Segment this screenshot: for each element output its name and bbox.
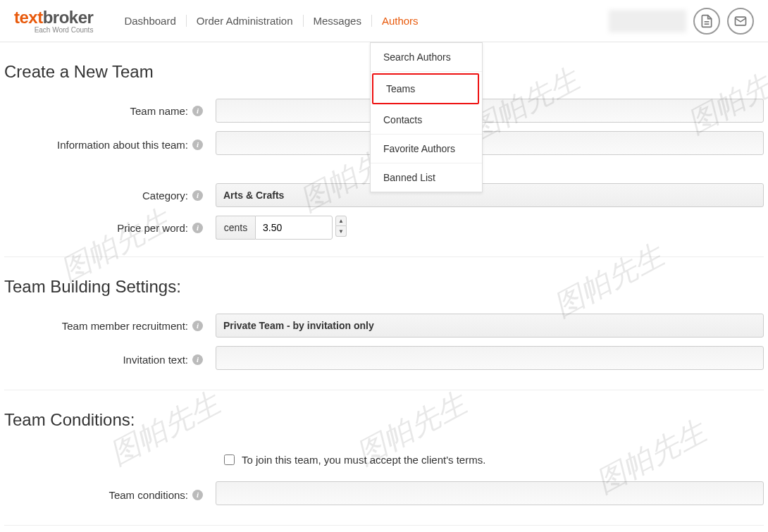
nav-messages[interactable]: Messages [304, 15, 372, 27]
applications-title: Applications: [4, 526, 764, 532]
spinner-up-icon[interactable]: ▲ [335, 216, 347, 226]
header-right [609, 8, 754, 35]
row-invitation: Invitation text: i [4, 342, 764, 377]
logo-tagline: Each Word Counts [14, 26, 93, 34]
info-icon[interactable]: i [192, 321, 203, 331]
info-icon[interactable]: i [192, 223, 203, 233]
invitation-input[interactable] [216, 346, 764, 370]
dropdown-favorite-authors[interactable]: Favorite Authors [371, 135, 482, 163]
row-recruitment: Team member recruitment: i Private Team … [4, 309, 764, 342]
label-conditions: Team conditions: i [4, 489, 216, 501]
spinner-down-icon[interactable]: ▼ [335, 226, 347, 237]
price-spinner: ▲ ▼ [335, 216, 347, 240]
recruitment-select[interactable]: Private Team - by invitation only [216, 314, 764, 338]
category-select[interactable]: Arts & Crafts [216, 183, 764, 207]
team-building-title: Team Building Settings: [4, 257, 764, 309]
nav-order-administration[interactable]: Order Administration [187, 15, 304, 27]
nav-authors[interactable]: Authors [372, 15, 428, 27]
label-category: Category: i [4, 190, 216, 202]
dropdown-search-authors[interactable]: Search Authors [371, 43, 482, 72]
dropdown-banned-list[interactable]: Banned List [371, 163, 482, 192]
label-recruitment: Team member recruitment: i [4, 320, 216, 332]
document-icon[interactable] [693, 8, 720, 35]
label-invitation: Invitation text: i [4, 354, 216, 366]
logo[interactable]: textbroker Each Word Counts [14, 8, 93, 34]
conditions-input[interactable] [216, 481, 764, 505]
accept-terms-checkbox[interactable] [224, 454, 235, 465]
label-team-info: Information about this team: i [4, 139, 216, 151]
price-input[interactable] [255, 216, 333, 240]
main-header: textbroker Each Word Counts Dashboard Or… [0, 0, 768, 42]
row-price: Price per word: i cents ▲ ▼ [4, 211, 764, 244]
label-price: Price per word: i [4, 222, 216, 234]
price-unit: cents [216, 216, 255, 240]
team-conditions-title: Team Conditions: [4, 390, 764, 443]
team-name-input[interactable] [216, 99, 764, 123]
info-icon[interactable]: i [192, 490, 203, 500]
accept-terms-label: To join this team, you must accept the c… [242, 454, 485, 466]
info-icon[interactable]: i [192, 190, 203, 201]
team-info-input[interactable] [216, 131, 764, 155]
mail-icon[interactable] [727, 8, 754, 35]
authors-dropdown: Search Authors Teams Contacts Favorite A… [370, 42, 483, 192]
dropdown-contacts[interactable]: Contacts [371, 106, 482, 135]
info-icon[interactable]: i [192, 106, 203, 116]
row-conditions: Team conditions: i [4, 477, 764, 512]
row-accept-terms: To join this team, you must accept the c… [4, 454, 764, 466]
info-icon[interactable]: i [192, 354, 203, 365]
nav-dashboard[interactable]: Dashboard [114, 15, 186, 27]
user-info-blurred [609, 10, 686, 32]
dropdown-teams[interactable]: Teams [372, 73, 479, 104]
logo-text: textbroker [14, 8, 93, 27]
info-icon[interactable]: i [192, 140, 203, 150]
label-team-name: Team name: i [4, 105, 216, 117]
main-nav: Dashboard Order Administration Messages … [114, 15, 428, 27]
